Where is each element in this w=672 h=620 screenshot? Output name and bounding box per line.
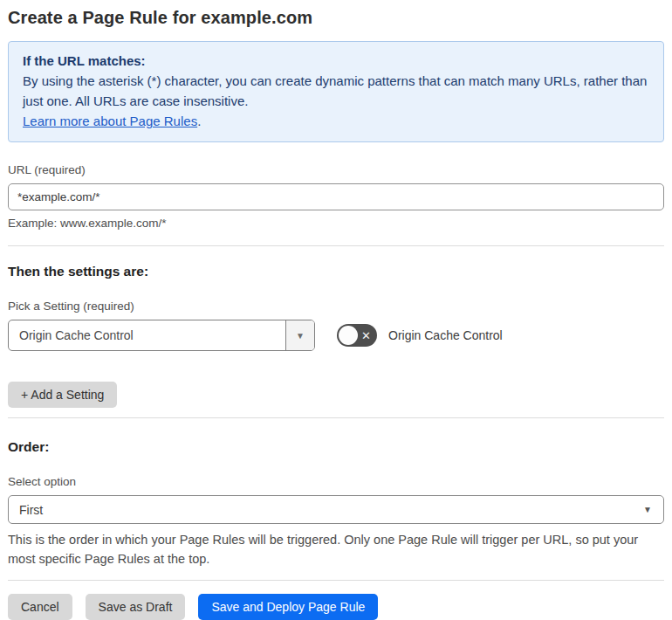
cancel-button[interactable]: Cancel [8,594,72,620]
url-input[interactable] [8,183,664,210]
pick-setting-label: Pick a Setting (required) [8,300,664,313]
info-box-text: By using the asterisk (*) character, you… [23,73,647,108]
setting-select[interactable]: Origin Cache Control ▼ [8,320,315,351]
url-field-label: URL (required) [8,163,664,176]
save-and-deploy-button[interactable]: Save and Deploy Page Rule [198,594,378,620]
create-page-rule-form: Create a Page Rule for example.com If th… [0,0,672,620]
divider [8,245,664,246]
learn-more-link[interactable]: Learn more about Page Rules [23,114,197,128]
order-select[interactable]: First ▼ [8,495,664,524]
toggle-off-x-icon: ✕ [361,330,371,341]
setting-row: Origin Cache Control ▼ ✕ Origin Cache Co… [8,320,664,351]
chevron-down-icon: ▼ [643,505,663,514]
order-helper-text: This is the order in which your Page Rul… [8,530,664,568]
toggle-knob [339,326,358,345]
page-title: Create a Page Rule for example.com [8,8,664,28]
info-box-body: By using the asterisk (*) character, you… [23,71,649,111]
order-select-value: First [9,503,643,517]
divider [8,417,664,418]
toggle-label: Origin Cache Control [388,328,503,342]
url-example-helper: Example: www.example.com/* [8,217,664,230]
info-box-link-line: Learn more about Page Rules. [23,111,649,131]
info-box-heading: If the URL matches: [23,51,649,71]
save-as-draft-button[interactable]: Save as Draft [86,594,186,620]
divider [8,580,664,581]
setting-select-value: Origin Cache Control [9,320,285,350]
link-suffix: . [197,114,201,128]
origin-cache-control-toggle[interactable]: ✕ [337,324,377,347]
settings-section-heading: Then the settings are: [8,264,664,279]
url-match-info-box: If the URL matches: By using the asteris… [8,41,664,142]
footer-actions: Cancel Save as Draft Save and Deploy Pag… [8,594,664,620]
order-select-label: Select option [8,475,664,488]
order-section-heading: Order: [8,439,664,455]
add-setting-button[interactable]: + Add a Setting [8,382,117,408]
chevron-down-icon[interactable]: ▼ [285,320,314,350]
